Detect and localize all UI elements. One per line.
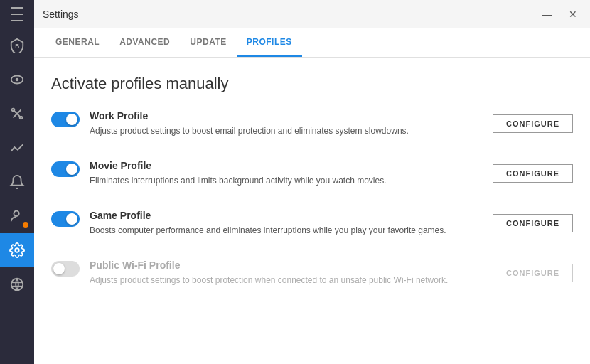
toggle-work[interactable] [51,112,80,127]
close-button[interactable]: ✕ [564,7,581,21]
sidebar: B [0,0,34,364]
profile-desc-wifi: Adjusts product settings to boost protec… [90,274,473,287]
sidebar-icon-shield[interactable]: B [0,28,34,63]
titlebar: Settings — ✕ [34,0,590,28]
profile-name-movie: Movie Profile [90,160,481,171]
minimize-button[interactable]: — [537,7,556,21]
sidebar-icon-gear[interactable] [0,233,34,267]
sidebar-icon-eye[interactable] [0,63,34,97]
tabs-bar: GENERAL ADVANCED UPDATE PROFILES [34,28,590,58]
toggle-wrap-wifi [51,261,80,279]
section-title: Activate profiles manually [51,75,573,93]
profile-row-movie: Movie Profile Eliminates interruptions a… [51,160,573,193]
profile-info-work: Work Profile Adjusts product settings to… [90,110,481,137]
profile-desc-game: Boosts computer performance and eliminat… [90,224,473,237]
configure-button-movie[interactable]: CONFIGURE [493,164,573,183]
content-area: Activate profiles manually Work Profile … [34,58,590,364]
toggle-game[interactable] [51,211,80,227]
window-controls: — ✕ [537,7,581,21]
profile-row-wifi: Public Wi-Fi Profile Adjusts product set… [51,259,573,292]
sidebar-icon-bell[interactable] [0,165,34,199]
svg-text:B: B [15,43,19,50]
tab-general[interactable]: GENERAL [45,28,109,57]
sidebar-icon-graph[interactable] [0,131,34,165]
sidebar-icon-user-alert[interactable] [0,199,34,233]
profile-row-work: Work Profile Adjusts product settings to… [51,110,573,143]
configure-button-work[interactable]: CONFIGURE [493,114,573,133]
toggle-wrap-work [51,112,80,130]
tab-update[interactable]: UPDATE [180,28,236,57]
sidebar-icon-tools[interactable] [0,97,34,131]
profile-info-movie: Movie Profile Eliminates interruptions a… [90,160,481,187]
toggle-movie[interactable] [51,161,80,177]
alert-badge [23,222,28,228]
profile-desc-work: Adjusts product settings to boost email … [90,124,473,137]
profile-name-wifi: Public Wi-Fi Profile [90,259,481,271]
profile-desc-movie: Eliminates interruptions and limits back… [90,174,473,187]
sidebar-icon-globe[interactable] [0,267,34,301]
profile-info-game: Game Profile Boosts computer performance… [90,210,481,237]
hamburger-menu[interactable] [0,0,34,28]
profile-info-wifi: Public Wi-Fi Profile Adjusts product set… [90,259,481,287]
configure-button-wifi: CONFIGURE [493,264,573,282]
toggle-wrap-movie [51,161,80,180]
svg-point-8 [15,248,19,252]
profile-name-game: Game Profile [90,210,481,221]
toggle-wifi[interactable] [51,261,80,277]
window-title: Settings [43,9,79,20]
configure-button-game[interactable]: CONFIGURE [493,214,573,232]
svg-point-9 [11,279,23,291]
profile-row-game: Game Profile Boosts computer performance… [51,210,573,242]
svg-point-2 [16,78,19,82]
svg-point-7 [14,211,18,216]
toggle-wrap-game [51,211,80,230]
main-panel: Settings — ✕ GENERAL ADVANCED UPDATE PRO… [34,0,590,364]
tab-profiles[interactable]: PROFILES [237,28,302,57]
profile-name-work: Work Profile [90,110,481,122]
profiles-list: Work Profile Adjusts product settings to… [51,110,573,292]
tab-advanced[interactable]: ADVANCED [109,28,180,57]
